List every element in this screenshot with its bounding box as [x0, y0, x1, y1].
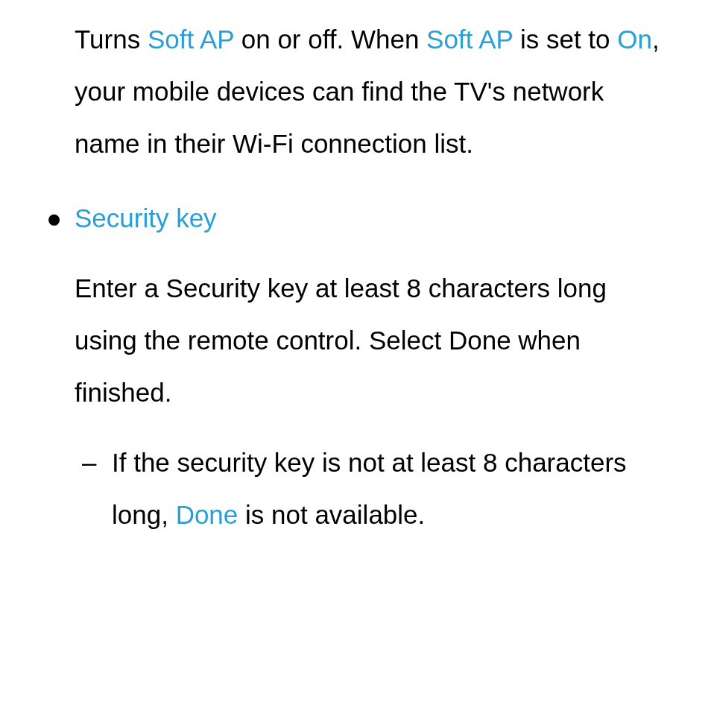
soft-ap-term: Soft AP: [426, 25, 513, 54]
security-key-label: Security key: [75, 192, 217, 244]
done-term: Done: [176, 500, 238, 529]
text-segment: is set to: [513, 25, 617, 54]
security-key-note: – If the security key is not at least 8 …: [75, 437, 674, 541]
note-content: If the security key is not at least 8 ch…: [112, 437, 674, 541]
soft-ap-term: Soft AP: [148, 25, 234, 54]
security-key-description: Enter a Security key at least 8 characte…: [75, 262, 674, 419]
security-key-heading: ● Security key: [37, 192, 674, 244]
text-segment: Turns: [75, 25, 148, 54]
dash-icon: –: [75, 437, 112, 541]
soft-ap-description: Turns Soft AP on or off. When Soft AP is…: [75, 13, 674, 170]
bullet-icon: ●: [37, 192, 75, 244]
text-segment: is not available.: [238, 500, 425, 529]
on-term: On: [617, 25, 652, 54]
text-segment: on or off. When: [234, 25, 426, 54]
